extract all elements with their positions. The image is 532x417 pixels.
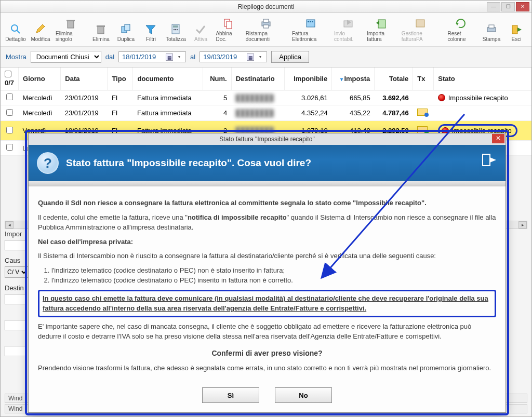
dialog-buttons: Sì No bbox=[29, 382, 506, 412]
cell-imponibile: 3.026,61 bbox=[285, 90, 332, 105]
col-data[interactable]: Data bbox=[61, 68, 108, 90]
apply-button[interactable]: Applica bbox=[271, 51, 309, 63]
svg-rect-31 bbox=[489, 25, 494, 28]
cause-item-1: l'indirizzo telematico (codice destinata… bbox=[51, 265, 496, 276]
dialog-body: Quando il SdI non riesce a consegnare la… bbox=[29, 186, 506, 382]
generic-field-2[interactable] bbox=[5, 346, 25, 356]
cell-imponibile: 4.352,24 bbox=[285, 105, 332, 121]
svg-point-14 bbox=[177, 29, 178, 30]
highlighted-instruction: In questo caso chi emette la fattura dev… bbox=[38, 290, 496, 317]
cell-destinatario: ████████ bbox=[231, 105, 284, 121]
printer-icon bbox=[484, 23, 499, 35]
row-checkbox[interactable] bbox=[6, 93, 13, 100]
tool-elimina-singolo[interactable]: Elimina singolo bbox=[55, 16, 87, 43]
col-totale[interactable]: Totale bbox=[375, 68, 413, 90]
close-button[interactable]: ✕ bbox=[516, 2, 529, 11]
table-row[interactable]: Mercoledì23/01/2019FIFattura immediata4█… bbox=[1, 105, 531, 121]
tool-duplica[interactable]: Duplica bbox=[115, 22, 137, 43]
destin-field[interactable] bbox=[5, 294, 25, 304]
tool-ristampa[interactable]: Ristampa documenti bbox=[245, 16, 288, 43]
generic-field-1[interactable] bbox=[5, 320, 25, 330]
cve-select[interactable]: C/ VE bbox=[5, 266, 29, 278]
col-tx[interactable]: Tx bbox=[413, 68, 434, 90]
col-num[interactable]: Num. bbox=[203, 68, 231, 90]
main-toolbar: Dettaglio Modifica Elimina singolo Elimi… bbox=[1, 13, 531, 47]
col-imposta[interactable]: ▾Imposta bbox=[332, 68, 375, 90]
stato-fattura-dialog: Stato fattura "Impossibile recapito" ✕ ?… bbox=[28, 133, 506, 413]
tool-filtri[interactable]: Filtri bbox=[140, 22, 162, 43]
cell-num: 5 bbox=[203, 90, 231, 105]
col-giorno[interactable]: Giorno bbox=[19, 68, 61, 90]
mostra-select[interactable]: Documenti Chiusi bbox=[31, 51, 101, 63]
col-stato[interactable]: Stato bbox=[434, 68, 531, 90]
title-bar: Riepilogo documenti — ☐ ✕ bbox=[1, 1, 531, 13]
tool-dettaglio[interactable]: Dettaglio bbox=[5, 22, 26, 43]
magnifier-icon bbox=[8, 23, 23, 35]
bottom-form-fragment: Impor Caus C/ VE Destin bbox=[5, 224, 29, 356]
minimize-button[interactable]: — bbox=[487, 2, 500, 11]
svg-rect-36 bbox=[483, 154, 490, 166]
scroll-right-icon[interactable]: ▸ bbox=[518, 221, 527, 228]
svg-rect-4 bbox=[66, 20, 75, 21]
svg-marker-29 bbox=[456, 23, 459, 25]
cell-stato: Impossibile recapito bbox=[434, 90, 531, 105]
dialog-exit-icon[interactable] bbox=[481, 151, 498, 169]
yes-button[interactable]: Sì bbox=[202, 387, 259, 403]
tool-elimina[interactable]: Elimina bbox=[90, 22, 112, 43]
manage-icon bbox=[413, 17, 428, 30]
trash-icon bbox=[94, 23, 108, 35]
tool-fattura-elettronica[interactable]: Fattura Elettronica bbox=[291, 16, 330, 43]
cell-totale: 4.787,46 bbox=[375, 105, 413, 121]
row-checkbox[interactable] bbox=[6, 127, 13, 133]
svg-rect-11 bbox=[173, 25, 178, 28]
col-check[interactable]: 0/7 bbox=[1, 68, 19, 90]
cell-tx bbox=[413, 105, 434, 121]
tool-totalizza[interactable]: Totalizza bbox=[165, 22, 187, 43]
col-imponibile[interactable]: Imponibile bbox=[285, 68, 332, 90]
no-button[interactable]: No bbox=[275, 387, 332, 403]
cell-documento: Fattura immediata bbox=[133, 105, 203, 121]
table-row[interactable]: Mercoledì23/01/2019FIFattura immediata5█… bbox=[1, 90, 531, 105]
exit-icon bbox=[509, 23, 524, 35]
sort-down-icon: ▾ bbox=[340, 76, 343, 82]
calendar-icon: ▦ bbox=[166, 53, 173, 61]
maximize-button[interactable]: ☐ bbox=[501, 2, 515, 11]
svg-rect-8 bbox=[125, 24, 130, 31]
dialog-titlebar: Stato fattura "Impossibile recapito" ✕ bbox=[29, 133, 506, 145]
impor-field[interactable] bbox=[5, 240, 25, 250]
dialog-close-button[interactable]: ✕ bbox=[492, 134, 504, 143]
einvoice-icon bbox=[303, 17, 318, 30]
col-tipo[interactable]: Tipo bbox=[108, 68, 133, 90]
row-checkbox[interactable] bbox=[6, 144, 13, 151]
svg-marker-33 bbox=[517, 28, 522, 32]
tool-modifica[interactable]: Modifica bbox=[30, 22, 51, 43]
col-documento[interactable]: documento bbox=[133, 68, 203, 90]
calendar-icon: ▦ bbox=[247, 53, 254, 61]
printer-icon bbox=[259, 17, 273, 30]
tool-importa-fattura[interactable]: Importa fattura bbox=[366, 16, 397, 43]
confirm-question: Confermi di aver preso visione? bbox=[38, 348, 496, 359]
cell-tipo: FI bbox=[108, 105, 133, 121]
label-destin: Destin bbox=[5, 284, 29, 292]
cell-documento: Fattura immediata bbox=[133, 90, 203, 105]
tx-envelope-icon bbox=[417, 126, 428, 133]
tool-abbina-doc[interactable]: Abbina Doc. bbox=[215, 16, 241, 43]
svg-marker-9 bbox=[146, 25, 155, 34]
mostra-label: Mostra bbox=[6, 53, 26, 61]
date-from-input[interactable]: 18/01/2019 ▦ ▾ bbox=[118, 51, 186, 62]
tool-stampa[interactable]: Stampa bbox=[481, 22, 502, 43]
chevron-down-icon: ▾ bbox=[257, 55, 263, 59]
cause-item-2: l'indirizzo telematico (codice destinata… bbox=[51, 275, 496, 286]
svg-rect-5 bbox=[98, 26, 104, 34]
link-doc-icon bbox=[221, 17, 235, 30]
reset-columns-icon bbox=[455, 17, 469, 30]
svg-line-1 bbox=[17, 30, 20, 33]
date-to-input[interactable]: 19/03/2019 ▦ ▾ bbox=[200, 51, 267, 62]
cell-tx bbox=[413, 90, 434, 105]
tool-reset-colonne[interactable]: Reset colonne bbox=[446, 16, 477, 43]
dialog-header: ? Stato fattura "Impossibile recapito". … bbox=[29, 145, 506, 181]
row-checkbox[interactable] bbox=[6, 109, 13, 116]
col-destinatario[interactable]: Destinatario bbox=[231, 68, 284, 90]
tool-esci[interactable]: Esci bbox=[506, 22, 527, 43]
window-title: Riepilogo documenti bbox=[238, 3, 295, 10]
